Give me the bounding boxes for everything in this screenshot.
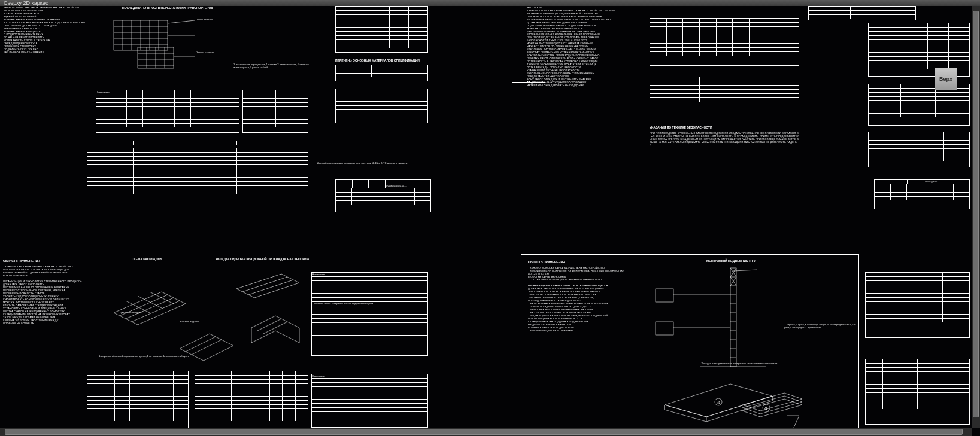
dense-notes: МЫ 0-0,3 м2ТЕХНОЛОГИЧЕСКАЯ КАРТА РАЗРАБО… xyxy=(527,6,644,212)
sketch-label-1: Диплавое воздуха xyxy=(120,311,142,314)
svg-rect-52 xyxy=(656,322,673,335)
s4-table-r1 xyxy=(865,272,970,338)
hoist-legend: 1-стрела,2-крюк,3-лестница-опора,4-элект… xyxy=(784,323,856,329)
s4-table-r2 xyxy=(865,359,970,425)
svg-line-29 xyxy=(192,340,222,355)
svg-line-32 xyxy=(248,280,293,295)
callout: Точка стоянки xyxy=(196,18,214,21)
drawing-sheet-2: МЫ 0-0,3 м2ТЕХНОЛОГИЧЕСКАЯ КАРТА РАЗРАБО… xyxy=(521,6,976,215)
s3-table-r: Наименование xyxy=(311,272,428,356)
s4-notes: ТЕХНОЛОГИЧЕСКАЯ КАРТА РАЗРАБОТАНА НА УСТ… xyxy=(528,266,635,431)
horizontal-scrollbar-thumb[interactable] xyxy=(5,429,963,435)
right-table-1 xyxy=(335,6,428,53)
insulation-svg: И1 И2 xyxy=(653,369,808,432)
spec-table-1b xyxy=(242,90,308,133)
svg-rect-35 xyxy=(730,268,736,367)
title-block-s2: 270108.Д06.641 xyxy=(874,179,970,209)
drawing-sheet-3: ОБЛАСТЬ ПРИМЕНЕНИЯ ТЕХНИЧЕСКАЯ КАРТА РАЗ… xyxy=(0,254,431,436)
iso-sketches-svg xyxy=(96,265,305,367)
svg-line-50 xyxy=(733,270,757,271)
footer-note: Данный лист смотреть совместно с листами… xyxy=(317,161,428,164)
diagram-title: ПОСЛЕДОВАТЕЛЬНОСТЬ ПЕРЕСТАНОВКИ ТРАНСПОР… xyxy=(114,6,222,10)
s3-notes: ТЕХНИЧЕСКАЯ КАРТА РАЗРАБОТАНА НА УСТРОЙС… xyxy=(3,265,93,432)
hoist-svg xyxy=(641,265,778,373)
s2-table-r3 xyxy=(868,132,970,167)
safety-text: ПРИ ПРОИЗВОДСТВЕ КРОВЕЛЬНЫХ РАБОТ НЕОБХО… xyxy=(650,132,799,209)
sketch-title-1: Схема раскладки xyxy=(132,257,162,261)
view-cube-face-top[interactable]: Верх xyxy=(935,68,957,90)
diagram-svg xyxy=(102,14,227,83)
s3-title: ОБЛАСТЬ ПРИМЕНЕНИЯ xyxy=(3,259,40,263)
s4-title: ОБЛАСТЬ ПРИМЕНЕНИЯ xyxy=(528,260,565,264)
right-table-3 xyxy=(335,89,428,123)
view-cube[interactable]: Верх xyxy=(930,63,962,95)
svg-line-22 xyxy=(126,298,174,319)
right-table-2 xyxy=(335,65,428,81)
vertical-scrollbar[interactable] xyxy=(972,6,980,428)
notes-block: ТЕХНОЛОГИЧЕСКАЯ КАРТА РАЗРАБОТАНА НА УСТ… xyxy=(4,6,96,126)
horizontal-scrollbar[interactable] xyxy=(0,428,972,436)
spec-table-1: Наименование xyxy=(96,90,239,133)
svg-text:И2: И2 xyxy=(764,407,768,410)
svg-line-33 xyxy=(257,319,281,331)
svg-line-17 xyxy=(168,20,195,23)
s2-table-2 xyxy=(650,77,799,112)
s3-table-2 xyxy=(195,371,308,431)
svg-line-26 xyxy=(150,292,174,304)
s2-table-1 xyxy=(650,18,799,66)
svg-line-28 xyxy=(186,337,216,352)
diagram-legend: 1-постоянное ограждение,2-настил,3-перес… xyxy=(233,63,311,69)
vertical-scrollbar-thumb[interactable] xyxy=(973,11,979,417)
sketch-title-2: Укладка гидроизоляционной прокладки на с… xyxy=(216,257,309,261)
svg-rect-51 xyxy=(656,289,673,302)
svg-marker-30 xyxy=(236,274,299,298)
s3-table-r2: Наименование xyxy=(311,374,428,428)
svg-text:И1: И1 xyxy=(717,401,721,404)
drawing-sheet-4: ОБЛАСТЬ ПРИМЕНЕНИЯ ТЕХНОЛОГИЧЕСКАЯ КАРТА… xyxy=(521,254,976,436)
callout: Этапы стоянки xyxy=(196,51,214,54)
svg-line-31 xyxy=(242,277,287,292)
svg-line-34 xyxy=(263,322,287,334)
plate-title: Укладка плит утеплителя в верхнюю часть … xyxy=(676,362,802,365)
sketch-legend: 1-верхняя обвязка,2-прижимная доска,3 на… xyxy=(99,355,224,358)
table-title: ПЕРЕЧЕНЬ ОСНОВНЫХ МАТЕРИАЛОВ СПЕЦИФИКАЦИ… xyxy=(335,59,428,62)
section-header: УКАЗАНИЯ ПО ТЕХНИКЕ БЕЗОПАСНОСТИ xyxy=(650,126,799,129)
s2-table-r0 xyxy=(808,6,916,20)
spec-table-2 xyxy=(87,141,308,206)
title-block: 270108.Д06.641.01.01.ТХ xyxy=(335,179,431,212)
model-space-canvas[interactable]: ТЕХНОЛОГИЧЕСКАЯ КАРТА РАЗРАБОТАНА НА УСТ… xyxy=(0,6,980,436)
hoist-title: Монтажный подъемник ТП-9 xyxy=(706,259,756,263)
title-text: Сверху 2D каркас xyxy=(4,0,48,6)
sketch-label-2: Монтаж ендовы xyxy=(180,320,199,323)
window-titlebar: Сверху 2D каркас xyxy=(0,0,980,6)
s3-table-1 xyxy=(87,371,189,431)
transport-diagram: ПОСЛЕДОВАТЕЛЬНОСТЬ ПЕРЕСТАНОВКИ ТРАНСПОР… xyxy=(102,6,227,84)
